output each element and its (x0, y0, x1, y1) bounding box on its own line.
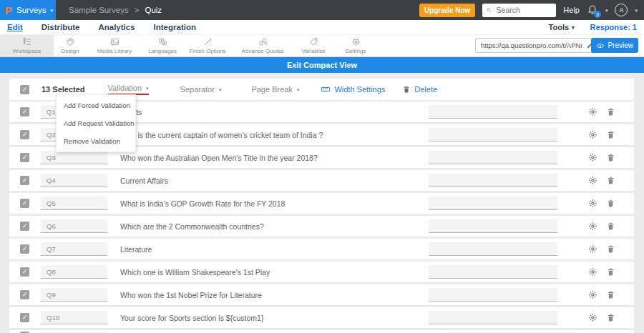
help-link[interactable]: Help (563, 6, 580, 14)
toolbar-item-design[interactable]: Design (54, 35, 87, 56)
menu-item-add-forced-validation[interactable]: Add Forced Validation (57, 96, 135, 114)
toolbar-item-variables[interactable]: Variables (293, 35, 334, 56)
tools-menu[interactable]: Tools▾ (549, 23, 575, 31)
preview-button[interactable]: Preview (591, 38, 638, 53)
row-delete-button[interactable] (606, 267, 615, 277)
row-checkbox[interactable]: ✓ (20, 199, 29, 208)
chevron-down-icon[interactable]: ▾ (605, 8, 608, 13)
notifications-button[interactable]: 3 (587, 4, 598, 16)
answer-input[interactable] (429, 288, 557, 302)
question-code-input[interactable] (41, 174, 107, 187)
toolbar-item-finish-options[interactable]: Finish Options (182, 35, 233, 56)
chevron-down-icon[interactable]: ▾ (635, 8, 638, 13)
row-settings-button[interactable] (588, 107, 597, 116)
menu-item-add-request-validation[interactable]: Add Request Validation (57, 114, 135, 132)
answer-input[interactable] (429, 128, 557, 141)
trash-icon (606, 199, 615, 208)
table-row: ✓ Who won the 1st Nobel Prize for Litera… (9, 284, 634, 305)
menu-item-remove-validation[interactable]: Remove Validation (57, 132, 135, 150)
row-settings-button[interactable] (588, 313, 597, 322)
toolbar-item-advance-quotas[interactable]: Advance Quotas (233, 35, 293, 56)
row-settings-button[interactable] (588, 199, 597, 208)
survey-url-input[interactable] (479, 41, 583, 50)
validation-menu-button[interactable]: Validation▾ (108, 84, 149, 95)
checkmark-icon: ✓ (22, 223, 28, 229)
search-input[interactable] (495, 5, 553, 15)
row-delete-button[interactable] (606, 176, 615, 185)
select-all-checkbox[interactable]: ✓ (20, 85, 29, 94)
upgrade-now-button[interactable]: Upgrade Now (419, 4, 475, 17)
row-settings-button[interactable] (588, 176, 597, 185)
question-code-input[interactable] (41, 265, 107, 279)
row-delete-button[interactable] (606, 199, 615, 208)
row-settings-button[interactable] (588, 290, 597, 299)
toolbar-item-media-library[interactable]: Media Library (87, 35, 142, 56)
exit-compact-view-bar[interactable]: Exit Compact View (0, 57, 644, 73)
answer-input[interactable] (429, 311, 557, 324)
row-delete-button[interactable] (606, 130, 615, 139)
trash-icon (606, 153, 615, 162)
tab-analytics[interactable]: Analytics (98, 23, 135, 31)
row-checkbox[interactable]: ✓ (20, 107, 29, 116)
row-settings-button[interactable] (588, 244, 597, 254)
row-delete-button[interactable] (606, 153, 615, 162)
gear-icon (588, 244, 597, 254)
toolbar-item-settings[interactable]: Settings (334, 35, 377, 56)
row-delete-button[interactable] (606, 244, 615, 254)
answer-input[interactable] (429, 219, 557, 233)
question-code-input[interactable] (41, 219, 107, 233)
question-code-input[interactable] (41, 311, 107, 324)
row-checkbox[interactable]: ✓ (20, 267, 29, 277)
answer-input[interactable] (429, 174, 557, 187)
row-settings-button[interactable] (588, 153, 597, 162)
row-checkbox[interactable]: ✓ (20, 290, 29, 299)
row-delete-button[interactable] (606, 313, 615, 322)
surveys-menu-button[interactable]: P Surveys ▾ (0, 0, 56, 20)
question-code-input[interactable] (41, 151, 107, 164)
checkmark-icon: ✓ (22, 246, 28, 252)
toolbar-item-languages[interactable]: Languages (142, 35, 182, 56)
row-delete-button[interactable] (606, 290, 615, 299)
question-text: What is India's GDP Growth Rate for the … (120, 199, 429, 208)
row-settings-button[interactable] (588, 130, 597, 139)
row-checkbox[interactable]: ✓ (20, 222, 29, 231)
row-settings-button[interactable] (588, 267, 597, 277)
question-code-input[interactable] (41, 288, 107, 302)
tab-edit[interactable]: Edit (7, 23, 23, 31)
row-checkbox[interactable]: ✓ (20, 176, 29, 185)
answer-input[interactable] (429, 265, 557, 279)
question-code-input[interactable] (41, 242, 107, 256)
question-text: Who won the 1st Nobel Prize for Literatu… (120, 291, 429, 299)
row-delete-button[interactable] (606, 107, 615, 116)
avatar[interactable]: A (615, 4, 628, 16)
width-settings-button[interactable]: Width Settings (321, 84, 385, 94)
tab-distribute[interactable]: Distribute (42, 23, 80, 31)
tab-integration[interactable]: Integration (154, 23, 196, 31)
separator-menu-button[interactable]: Separator▾ (180, 85, 222, 94)
question-code-input[interactable] (41, 197, 107, 210)
search-box[interactable] (482, 4, 556, 17)
breadcrumb-current: Quiz (145, 6, 162, 14)
gear-icon (588, 199, 597, 208)
questionpro-logo: P (5, 5, 12, 16)
checkmark-icon: ✓ (22, 154, 28, 161)
row-delete-button[interactable] (606, 222, 615, 231)
gear-icon (588, 153, 597, 162)
row-checkbox[interactable]: ✓ (20, 153, 29, 162)
answer-input[interactable] (429, 105, 557, 119)
breadcrumb-parent[interactable]: Sample Surveys (69, 6, 129, 14)
answer-input[interactable] (429, 197, 557, 210)
row-checkbox[interactable]: ✓ (20, 130, 29, 139)
page-break-menu-button[interactable]: Page Break▾ (251, 85, 299, 94)
answer-input[interactable] (429, 151, 557, 164)
delete-selected-button[interactable]: Delete (402, 85, 437, 94)
answer-input[interactable] (429, 242, 557, 256)
row-settings-button[interactable] (588, 222, 597, 231)
response-count-link[interactable]: Response: 1 (590, 23, 637, 31)
toolbar-item-workspace[interactable]: Workspace (0, 35, 54, 56)
row-checkbox[interactable]: ✓ (20, 313, 29, 322)
main-nav: Edit Distribute Analytics Integration To… (0, 20, 644, 35)
breadcrumb-separator: > (135, 6, 140, 14)
checkmark-icon: ✓ (22, 292, 28, 298)
row-checkbox[interactable]: ✓ (20, 244, 29, 254)
